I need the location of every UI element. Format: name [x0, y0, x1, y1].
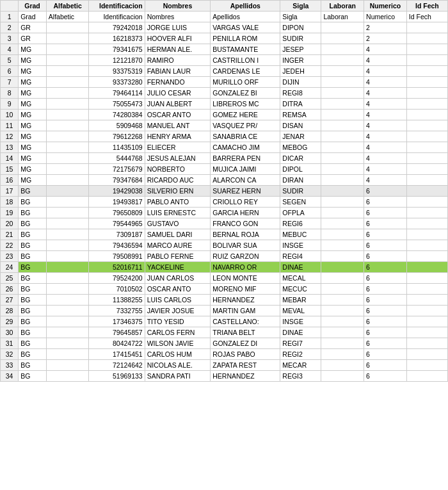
cell-8: 6: [364, 316, 407, 327]
cell-4: PABLO ANTO: [145, 197, 211, 208]
cell-3: 7309187: [89, 229, 145, 240]
cell-8: 6: [364, 186, 407, 197]
cell-6: DIPOL: [280, 164, 321, 175]
cell-5: VARGAS VALE: [211, 22, 280, 33]
column-header-9: Id Fech: [406, 1, 447, 12]
cell-1: MG: [19, 110, 47, 120]
cell-1: BG: [19, 338, 47, 349]
cell-7: [321, 284, 364, 295]
cell-4: RICARDO AUC: [145, 175, 211, 186]
cell-4: WILSON JAVIE: [145, 338, 211, 349]
cell-3: 79650809: [89, 208, 145, 218]
cell-4: TITO YESID: [145, 316, 211, 327]
cell-5: GONZALEZ DI: [211, 338, 280, 349]
cell-8: 6: [364, 295, 407, 306]
cell-7: [321, 120, 364, 131]
column-header-3: Identificacion: [89, 1, 145, 12]
cell-2: [46, 262, 89, 273]
cell-0: 13: [1, 142, 19, 153]
cell-9: [406, 229, 447, 240]
cell-4: JULIO CESAR: [145, 88, 211, 99]
cell-8: 4: [364, 153, 407, 164]
cell-0: 9: [1, 99, 19, 110]
cell-6: SUDIR: [280, 33, 321, 44]
cell-2: [46, 240, 89, 251]
cell-0: 3: [1, 33, 19, 44]
cell-9: [406, 55, 447, 66]
cell-8: 2: [364, 33, 407, 44]
cell-0: 6: [1, 66, 19, 77]
cell-4: NICOLAS ALE.: [145, 360, 211, 371]
cell-9: [406, 197, 447, 208]
cell-9: [406, 22, 447, 33]
cell-5: GONZALEZ BI: [211, 88, 280, 99]
cell-4: HENRY ARMA: [145, 131, 211, 142]
cell-1: GR: [19, 22, 47, 33]
cell-5: GOMEZ HERE: [211, 110, 280, 120]
table-row: 34BG51969133SANDRA PATIHERNANDEZREGI36: [1, 371, 448, 382]
cell-0: 16: [1, 175, 19, 186]
cell-3: 79242018: [89, 22, 145, 33]
cell-5: CASTRILLON I: [211, 55, 280, 66]
cell-0: 25: [1, 273, 19, 284]
cell-3: 74280384: [89, 110, 145, 120]
cell-2: [46, 229, 89, 240]
table-row: 9MG75055473JUAN ALBERTLIBREROS MCDITRA4: [1, 99, 448, 110]
cell-9: [406, 33, 447, 44]
cell-9: [406, 360, 447, 371]
cell-7: [321, 229, 364, 240]
cell-7: [321, 208, 364, 218]
cell-9: [406, 153, 447, 164]
cell-6: MEVAL: [280, 306, 321, 316]
cell-7: [321, 99, 364, 110]
cell-6: REGI4: [280, 251, 321, 262]
cell-0: 27: [1, 295, 19, 306]
cell-7: [321, 338, 364, 349]
cell-7: Laboran: [321, 12, 364, 22]
cell-7: [321, 164, 364, 175]
table-row: 2GR79242018JORGE LUISVARGAS VALEDIPON2: [1, 22, 448, 33]
cell-2: [46, 251, 89, 262]
cell-6: INGER: [280, 55, 321, 66]
cell-5: CARDENAS LE: [211, 66, 280, 77]
table-row: 13MG11435109ELIECERCAMACHO JIMMEBOG4: [1, 142, 448, 153]
cell-9: [406, 273, 447, 284]
cell-6: MEBOG: [280, 142, 321, 153]
cell-2: [46, 371, 89, 382]
cell-8: 6: [364, 349, 407, 360]
cell-6: DINAE: [280, 262, 321, 273]
cell-8: 6: [364, 240, 407, 251]
cell-6: REGI6: [280, 218, 321, 229]
cell-7: [321, 77, 364, 88]
cell-8: 4: [364, 55, 407, 66]
cell-5: BOLIVAR SUA: [211, 240, 280, 251]
cell-0: 21: [1, 229, 19, 240]
cell-3: 80424722: [89, 338, 145, 349]
cell-2: Alfabetic: [46, 12, 89, 22]
cell-0: 4: [1, 44, 19, 55]
cell-4: JESUS ALEJAN: [145, 153, 211, 164]
cell-2: [46, 338, 89, 349]
cell-7: [321, 44, 364, 55]
cell-1: MG: [19, 66, 47, 77]
cell-7: [321, 371, 364, 382]
cell-0: 2: [1, 22, 19, 33]
cell-7: [321, 273, 364, 284]
cell-7: [321, 262, 364, 273]
main-container: GradAlfabeticIdentificacionNombresApelli…: [0, 0, 448, 382]
cell-1: MG: [19, 164, 47, 175]
cell-5: VASQUEZ PR/: [211, 120, 280, 131]
cell-1: MG: [19, 99, 47, 110]
cell-9: [406, 66, 447, 77]
cell-3: 12121870: [89, 55, 145, 66]
cell-7: [321, 153, 364, 164]
cell-7: [321, 240, 364, 251]
cell-4: GUSTAVO: [145, 218, 211, 229]
cell-3: 79347684: [89, 175, 145, 186]
cell-7: [321, 88, 364, 99]
cell-6: DICAR: [280, 153, 321, 164]
cell-5: RUIZ GARZON: [211, 251, 280, 262]
cell-8: 6: [364, 306, 407, 316]
cell-2: [46, 77, 89, 88]
cell-7: [321, 66, 364, 77]
